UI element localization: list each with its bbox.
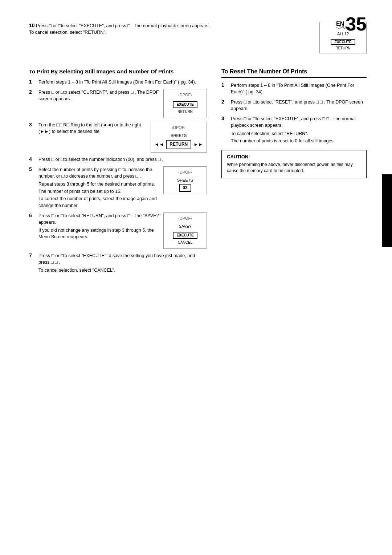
step-3-sheets-label: SHEETS [155, 133, 203, 139]
step-6-ui: ‹DPOF› SAVE? EXECUTE CANCEL [163, 212, 207, 249]
right-step-3-content: Press □ or □to select "EXECUTE", and pre… [231, 116, 367, 144]
step10-text: 10 Press □ or □to select "EXECUTE", and … [29, 22, 315, 36]
left-step-4: 4 Press □ or □to select the number indic… [29, 156, 207, 163]
page-number: 35 [346, 15, 367, 33]
left-step-6: 6 Press □ or □to select "RETURN", and pr… [29, 212, 207, 249]
step-6-save-row: SAVE? [167, 224, 203, 230]
right-step-num-3: 3 [221, 116, 228, 121]
step-5-ui: ‹DPOF› SHEETS 03 [163, 166, 207, 209]
left-step-7: 7 Press □ or □to select "EXECUTE" to sav… [29, 252, 207, 274]
step-2-text: Press □ or □to select "CURRENT", and pre… [38, 89, 160, 118]
step-6-ui-box: ‹DPOF› SAVE? EXECUTE CANCEL [163, 212, 207, 249]
step-3-ui-box: ‹DPOF› SHEETS ◄◄ RETURN ►► [151, 122, 207, 153]
en-label: EN [336, 21, 344, 27]
step-num-5: 5 [29, 166, 36, 172]
step-3-nav-highlight: RETURN [166, 140, 191, 149]
step-5-ui-title: ‹DPOF› [167, 170, 203, 175]
step-num-4: 4 [29, 156, 36, 162]
right-column: To Reset The Number Of Prints 1 Perform … [221, 68, 367, 277]
right-step-1: 1 Perform steps 1 – 8 in "To Print All S… [221, 82, 367, 95]
left-step-5: 5 Select the number of prints by pressin… [29, 166, 207, 209]
step-num-3: 3 [29, 122, 36, 127]
step-6-text: Press □ or □to select "RETURN", and pres… [38, 212, 160, 249]
right-step-2: 2 Press □ or □to select "RESET", and pre… [221, 99, 367, 112]
left-step-3: 3 Turn the □□ R□ Ring to the left (◄◄) o… [29, 122, 207, 153]
step-5-text: Select the number of prints by pressing … [38, 166, 160, 209]
step-6-execute-btn: EXECUTE [173, 232, 197, 239]
step-7-content: Press □ or □to select "EXECUTE" to save … [38, 252, 207, 274]
right-step-1-content: Perform steps 1 – 8 in "To Print All Sti… [231, 82, 367, 95]
step-num-1: 1 [29, 79, 36, 85]
step10-area: 10 Press □ or □to select "EXECUTE", and … [29, 22, 367, 53]
step10-execute-btn: EXECUTE [331, 39, 355, 45]
right-steps-list: 1 Perform steps 1 – 8 in "To Print All S… [221, 82, 367, 144]
step-6-ui-title: ‹DPOF› [167, 216, 203, 222]
step-6-content: Press □ or □to select "RETURN", and pres… [38, 212, 207, 249]
step-5-content: Select the number of prints by pressing … [38, 166, 207, 209]
step-2-execute-btn: EXECUTE [173, 101, 197, 109]
right-step-2-content: Press □ or □to select "RESET", and press… [231, 99, 367, 112]
left-step-1: 1 Perform steps 1 – 8 in "To Print All S… [29, 79, 207, 85]
step-5-num-highlight: 03 [179, 184, 191, 192]
step-2-ui-box: ‹DPOF› EXECUTE RETURN [163, 89, 207, 118]
page-number-area: EN 35 [336, 15, 367, 33]
step-num-7: 7 [29, 252, 36, 258]
step-5-ui-box: ‹DPOF› SHEETS 03 [163, 166, 207, 194]
step-2-return-label: RETURN [167, 109, 203, 115]
step-1-content: Perform steps 1 – 8 in "To Print All Sti… [38, 79, 207, 85]
step10-return-label: RETURN [323, 46, 363, 50]
step10-content: Press □ or □to select "EXECUTE", and pre… [29, 23, 210, 35]
left-steps-list: 1 Perform steps 1 – 8 in "To Print All S… [29, 79, 207, 274]
left-section-heading: To Print By Selecting Still Images And N… [29, 68, 207, 75]
step-5-sheets-label: SHEETS [167, 178, 203, 183]
step-3-ui-title: ‹DPOF› [155, 125, 203, 131]
page-container: EN 35 10 Press □ or □to select "EXECUTE"… [0, 0, 392, 555]
step-num-2: 2 [29, 89, 36, 95]
caution-text: While performing the above, never discon… [227, 162, 361, 174]
step-2-content: Press □ or □to select "CURRENT", and pre… [38, 89, 207, 118]
step10-number: 10 [29, 23, 35, 28]
step-2-ui-title: ‹DPOF› [167, 92, 203, 98]
caution-box: CAUTION: While performing the above, nev… [221, 150, 367, 178]
left-step-2: 2 Press □ or □to select "CURRENT", and p… [29, 89, 207, 118]
step-4-content: Press □ or □to select the number indicat… [38, 156, 207, 163]
step-3-content: Turn the □□ R□ Ring to the left (◄◄) or … [38, 122, 207, 153]
step-3-ui: ‹DPOF› SHEETS ◄◄ RETURN ►► [151, 122, 207, 153]
step-3-nav-row: ◄◄ RETURN ►► [155, 140, 203, 149]
content-area: To Print By Selecting Still Images And N… [29, 68, 367, 277]
step-3-left-arrow: ◄◄ [155, 141, 164, 148]
right-step-num-2: 2 [221, 99, 228, 105]
right-section-heading: To Reset The Number Of Prints [221, 68, 367, 78]
step-3-right-arrow: ►► [193, 141, 203, 148]
right-step-num-1: 1 [221, 82, 228, 88]
step-num-6: 6 [29, 212, 36, 218]
step-6-cancel-label: CANCEL [167, 240, 203, 246]
left-column: To Print By Selecting Still Images And N… [29, 68, 207, 277]
caution-title: CAUTION: [227, 154, 361, 159]
step-2-ui: ‹DPOF› EXECUTE RETURN [163, 89, 207, 118]
step-3-text: Turn the □□ R□ Ring to the left (◄◄) or … [38, 122, 148, 153]
right-step-3: 3 Press □ or □to select "EXECUTE", and p… [221, 116, 367, 144]
side-tab [382, 174, 392, 247]
